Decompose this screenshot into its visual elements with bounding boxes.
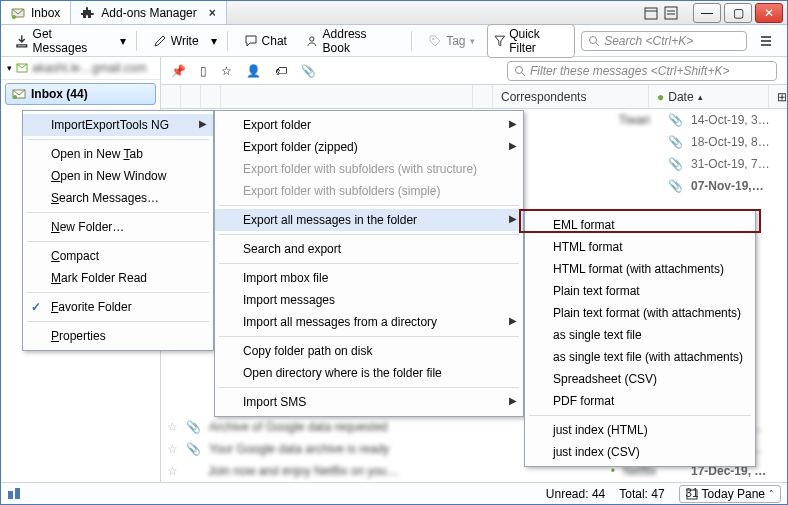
attachment-indicator-icon: 📎 [668, 135, 683, 149]
menu-open-new-tab[interactable]: Open in New Tab [23, 143, 213, 165]
menu-html-format[interactable]: HTML format [525, 236, 755, 258]
menu-mark-folder-read[interactable]: Mark Folder Read [23, 267, 213, 289]
menu-html-format-attachments[interactable]: HTML format (with attachments) [525, 258, 755, 280]
col-picker[interactable]: ⊞ [769, 85, 787, 108]
menu-spreadsheet-csv[interactable]: Spreadsheet (CSV) [525, 368, 755, 390]
today-pane-button[interactable]: 31 Today Pane ˄ [679, 485, 781, 503]
menu-index-csv[interactable]: just index (CSV) [525, 441, 755, 463]
menu-open-new-window[interactable]: Open in New Window [23, 165, 213, 187]
status-unread: Unread: 44 [546, 487, 605, 501]
menu-export-all-messages[interactable]: Export all messages in the folder▶ [215, 209, 523, 231]
submenu-arrow-icon: ▶ [509, 140, 517, 151]
menu-label: ImportExportTools NG [51, 118, 169, 132]
write-button[interactable]: Write [147, 31, 205, 51]
tasks-icon[interactable] [664, 6, 678, 20]
star-filter-icon[interactable]: ☆ [221, 64, 232, 78]
column-headers: Correspondents ● Date ▴ ⊞ [161, 85, 787, 109]
menu-import-messages[interactable]: Import messages [215, 289, 523, 311]
submenu-arrow-icon: ▶ [509, 118, 517, 129]
get-messages-button[interactable]: Get Messages [9, 24, 114, 58]
status-total: Total: 47 [619, 487, 664, 501]
menu-open-directory[interactable]: Open directory where is the folder file [215, 362, 523, 384]
close-tab-icon[interactable]: × [209, 6, 216, 20]
message-filter-input[interactable]: Filter these messages <Ctrl+Shift+K> [507, 61, 777, 81]
chat-button[interactable]: Chat [238, 31, 293, 51]
maximize-button[interactable]: ▢ [724, 3, 752, 23]
tag-filter-icon[interactable]: 🏷 [275, 64, 287, 78]
titlebar-tray [640, 1, 682, 24]
hamburger-icon [759, 34, 773, 48]
star-icon[interactable]: ☆ [167, 420, 178, 434]
folder-inbox[interactable]: Inbox (44) [5, 83, 156, 105]
col-read[interactable] [473, 85, 493, 108]
search-icon [514, 65, 526, 77]
filter-placeholder: Filter these messages <Ctrl+Shift+K> [530, 64, 729, 78]
write-dropdown[interactable]: ▾ [211, 34, 217, 48]
tag-button[interactable]: Tag ▾ [422, 31, 480, 51]
search-icon [588, 35, 600, 47]
col-attachment[interactable] [201, 85, 221, 108]
col-correspondents[interactable]: Correspondents [493, 85, 649, 108]
quick-filter-button[interactable]: Quick Filter [487, 24, 576, 58]
funnel-icon [494, 35, 506, 47]
menu-search-and-export[interactable]: Search and export [215, 238, 523, 260]
message-date: 14-Oct-19, 3… [691, 113, 781, 127]
menu-search-messages[interactable]: Search Messages… [23, 187, 213, 209]
tab-addons[interactable]: Add-ons Manager × [71, 1, 226, 24]
check-icon: ✓ [31, 300, 41, 314]
sort-asc-icon: ▴ [698, 92, 703, 102]
menu-export-folder[interactable]: Export folder▶ [215, 114, 523, 136]
tag-dropdown-icon: ▾ [470, 36, 475, 46]
account-row[interactable]: ▾ akasht.le…gmail.com [1, 57, 160, 80]
menu-pdf-format[interactable]: PDF format [525, 390, 755, 412]
col-date[interactable]: ● Date ▴ [649, 85, 769, 108]
app-menu-button[interactable] [753, 30, 779, 52]
address-book-button[interactable]: Address Book [299, 24, 401, 58]
activity-icon[interactable] [7, 487, 21, 501]
attachment-filter-icon[interactable]: 📎 [301, 64, 316, 78]
global-search[interactable]: Search <Ctrl+K> [581, 31, 747, 51]
close-button[interactable]: ✕ [755, 3, 783, 23]
svg-point-8 [432, 38, 434, 40]
contact-filter-icon[interactable]: 👤 [246, 64, 261, 78]
menu-index-html[interactable]: just index (HTML) [525, 419, 755, 441]
menu-import-sms[interactable]: Import SMS▶ [215, 391, 523, 413]
menu-favorite-folder[interactable]: ✓Favorite Folder [23, 296, 213, 318]
tab-inbox[interactable]: Inbox [1, 1, 71, 24]
menu-compact[interactable]: Compact [23, 245, 213, 267]
status-bar: Unread: 44 Total: 47 31 Today Pane ˄ [1, 482, 787, 504]
menu-properties[interactable]: Properties [23, 325, 213, 347]
submenu-arrow-icon: ▶ [509, 395, 517, 406]
chat-label: Chat [262, 34, 287, 48]
menu-plain-text-format-attachments[interactable]: Plain text format (with attachments) [525, 302, 755, 324]
menu-import-all-from-dir[interactable]: Import all messages from a directory▶ [215, 311, 523, 333]
get-messages-dropdown[interactable]: ▾ [120, 34, 126, 48]
svg-rect-2 [645, 8, 657, 19]
svg-point-16 [13, 95, 17, 99]
menu-plain-text-format[interactable]: Plain text format [525, 280, 755, 302]
star-icon[interactable]: ☆ [167, 442, 178, 456]
chevron-up-icon: ˄ [769, 489, 774, 499]
col-star[interactable] [181, 85, 201, 108]
menu-import-mbox[interactable]: Import mbox file [215, 267, 523, 289]
menu-import-export-tools[interactable]: ImportExportTools NG ▶ [23, 114, 213, 136]
minimize-button[interactable]: — [693, 3, 721, 23]
calendar-icon[interactable] [644, 6, 658, 20]
attachment-icon: 📎 [186, 442, 201, 456]
col-thread[interactable] [161, 85, 181, 108]
menu-copy-folder-path[interactable]: Copy folder path on disk [215, 340, 523, 362]
menu-single-text-file[interactable]: as single text file [525, 324, 755, 346]
pin-icon[interactable]: 📌 [171, 64, 186, 78]
mail-icon [16, 62, 28, 74]
folder-context-menu: ImportExportTools NG ▶ Open in New Tab O… [22, 110, 214, 351]
inbox-icon [11, 6, 25, 20]
col-subject[interactable] [221, 85, 473, 108]
app-window: Inbox Add-ons Manager × — ▢ ✕ Get Messag… [0, 0, 788, 505]
star-icon[interactable]: ☆ [167, 464, 178, 478]
menu-new-folder[interactable]: New Folder… [23, 216, 213, 238]
svg-rect-20 [15, 488, 20, 499]
svg-point-7 [310, 36, 314, 40]
menu-single-text-file-attachments[interactable]: as single text file (with attachments) [525, 346, 755, 368]
bookmark-icon[interactable]: ▯ [200, 64, 207, 78]
menu-export-folder-zipped[interactable]: Export folder (zipped)▶ [215, 136, 523, 158]
